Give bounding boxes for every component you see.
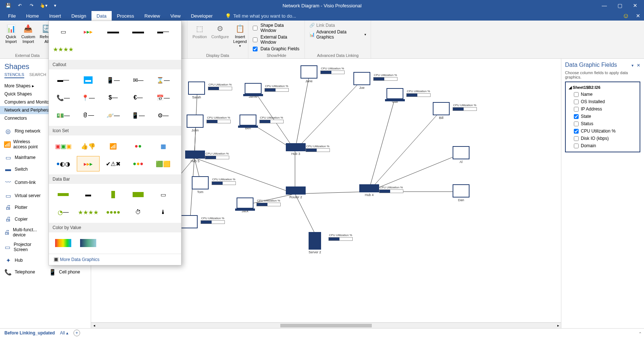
- data-graphic-item[interactable]: ●●●●: [102, 204, 125, 220]
- diagram-node[interactable]: Router 2: [286, 186, 306, 199]
- external-data-window-checkbox[interactable]: External Data Window: [251, 34, 302, 46]
- data-graphic-item[interactable]: [52, 187, 75, 202]
- data-graphic-item[interactable]: ✉—: [127, 72, 150, 88]
- data-graphic-item[interactable]: ⌛—: [152, 72, 175, 88]
- data-graphic-item[interactable]: ▣▣▣: [52, 138, 75, 154]
- data-graphic-item[interactable]: 📱—: [102, 72, 125, 88]
- advanced-data-graphics-button[interactable]: 📊Advanced Data Graphics▾: [308, 29, 368, 40]
- stencil-item[interactable]: ▭Virtual server: [1, 191, 45, 201]
- stencil-item[interactable]: 📶Wireless access point: [1, 138, 45, 151]
- tab-process[interactable]: Process: [112, 11, 139, 21]
- data-graphic-item[interactable]: ●●●: [127, 156, 150, 171]
- minimize-button[interactable]: —: [597, 0, 612, 11]
- field-checkbox[interactable]: OS Installed: [567, 98, 638, 105]
- tellme-input[interactable]: Tell me what you want to do...: [233, 13, 296, 19]
- data-graphic-item[interactable]: 🌡: [152, 204, 175, 220]
- maximize-button[interactable]: ▢: [612, 0, 627, 11]
- data-graphic-item[interactable]: 📱—: [127, 108, 150, 123]
- position-button[interactable]: ⬚Position: [190, 22, 209, 49]
- data-graphic-item[interactable]: ●●: [127, 138, 150, 154]
- field-checkbox[interactable]: Disk IO (kbps): [567, 135, 638, 142]
- diagram-node[interactable]: GailCPU Utilization %: [386, 88, 403, 104]
- data-graphic-item[interactable]: ▬: [77, 187, 100, 202]
- diagram-node[interactable]: JamieCPU Utilization %: [245, 83, 262, 98]
- field-checkbox[interactable]: State: [567, 113, 638, 120]
- data-graphic-item[interactable]: 📞—: [52, 90, 75, 105]
- tab-view[interactable]: View: [165, 11, 186, 21]
- data-graphic-item[interactable]: ▭: [52, 24, 75, 39]
- sheet-tab[interactable]: Before Linking_updated: [4, 330, 55, 336]
- data-graphic-item[interactable]: ▬—: [152, 24, 175, 39]
- data-graphic-item[interactable]: €—: [127, 90, 150, 105]
- close-button[interactable]: ✕: [628, 0, 643, 11]
- custom-import-button[interactable]: 📥Custom Import: [19, 22, 37, 45]
- hscroll-track[interactable]: [97, 323, 555, 328]
- add-page-button[interactable]: +: [73, 330, 80, 336]
- diagram-node[interactable]: Al: [453, 146, 469, 164]
- diagram-node[interactable]: Dan: [453, 184, 469, 202]
- scroll-right-icon[interactable]: ▸: [555, 323, 561, 327]
- stencil-item[interactable]: 📱Cell phone: [46, 267, 90, 277]
- configure-button[interactable]: ⚙Configure: [209, 22, 231, 49]
- data-graphic-item[interactable]: ▬—: [52, 72, 75, 88]
- data-graphic-fields-checkbox[interactable]: Data Graphic Fields: [251, 46, 302, 52]
- data-graphic-item[interactable]: ▦: [152, 138, 175, 154]
- tab-home[interactable]: Home: [21, 11, 44, 21]
- insert-legend-button[interactable]: 📋Insert Legend▾: [231, 22, 249, 49]
- tab-review[interactable]: Review: [139, 11, 165, 21]
- diagram-node[interactable]: Server 2CPU Utilization %: [309, 232, 321, 254]
- all-pages[interactable]: All ▴: [60, 330, 68, 336]
- quick-import-button[interactable]: 📊Quick Import: [3, 22, 19, 45]
- data-graphic-item[interactable]: [77, 235, 100, 251]
- diagram-node[interactable]: Hub 5CPU Utilization %: [185, 151, 205, 163]
- stencil-item[interactable]: 🖨Multi-funct... device: [1, 226, 45, 239]
- stencils-tab[interactable]: STENCILS: [4, 72, 24, 78]
- field-checkbox[interactable]: CPU Utilization %: [567, 127, 638, 135]
- data-graphic-item[interactable]: ▸▸▸: [77, 156, 100, 171]
- data-graphic-item[interactable]: 🛢—: [77, 108, 100, 123]
- sheet-header[interactable]: ◢ Sheet1$B2:I26: [567, 84, 638, 91]
- tab-developer[interactable]: Developer: [186, 11, 218, 21]
- data-graphic-item[interactable]: ▬▬: [127, 24, 150, 39]
- collapse-ribbon-icon[interactable]: ⌃: [638, 331, 642, 336]
- data-graphic-item[interactable]: ▬▬: [102, 24, 125, 39]
- stencil-item[interactable]: ◎Ring network: [1, 126, 45, 136]
- data-graphic-item[interactable]: 🟩🟨: [152, 156, 175, 171]
- hscroll-thumb[interactable]: [280, 324, 372, 327]
- data-graphic-item[interactable]: 🪐—: [102, 108, 125, 123]
- data-graphic-item[interactable]: ▬: [77, 72, 100, 88]
- field-checkbox[interactable]: Name: [567, 91, 638, 98]
- data-graphic-item[interactable]: ⚙—: [152, 108, 175, 123]
- data-graphic-item[interactable]: 📍—: [77, 90, 100, 105]
- field-checkbox[interactable]: Status: [567, 120, 638, 127]
- field-checkbox[interactable]: IP Address: [567, 105, 638, 113]
- diagram-node[interactable]: SarahCPU Utilization %: [188, 81, 205, 99]
- stencil-item[interactable]: 🖨Copier: [1, 214, 45, 224]
- data-graphic-item[interactable]: 📶: [102, 138, 125, 154]
- shape-data-window-checkbox[interactable]: Shape Data Window: [251, 22, 302, 34]
- stencil-item[interactable]: 📞Telephone: [1, 267, 45, 277]
- diagram-node[interactable]: BillCPU Utilization %: [433, 102, 450, 120]
- diagram-node[interactable]: JoeCPU Utilization %: [353, 72, 370, 90]
- qat-save[interactable]: 💾: [3, 2, 13, 9]
- data-graphic-item[interactable]: ●◐◑: [52, 156, 75, 171]
- stencil-item[interactable]: 🖨Plotter: [1, 202, 45, 213]
- stencil-item[interactable]: ▭Mainframe: [1, 152, 45, 163]
- diagram-node[interactable]: BenCPU Utilization %: [240, 115, 256, 130]
- data-graphic-item[interactable]: ◔—: [52, 204, 75, 220]
- data-graphic-item[interactable]: 👍👎: [77, 138, 100, 154]
- more-data-graphics[interactable]: 🔳 More Data Graphics: [49, 254, 181, 265]
- data-graphic-item[interactable]: ★★★★: [52, 41, 75, 57]
- stencil-item[interactable]: ✦Hub: [1, 255, 45, 265]
- feedback-smiley-icon[interactable]: ☺: [623, 12, 629, 20]
- stencil-item[interactable]: 〰Comm-link: [1, 176, 45, 189]
- panel-close-icon[interactable]: ✕: [637, 63, 640, 68]
- diagram-node[interactable]: JohnCPU Utilization %: [187, 115, 204, 132]
- search-tab[interactable]: SEARCH: [29, 72, 46, 78]
- diagram-node[interactable]: TomCPU Utilization %: [192, 176, 209, 194]
- data-graphic-item[interactable]: ✔⚠✖: [102, 156, 125, 171]
- ribbon-close-icon[interactable]: ✕: [636, 13, 640, 19]
- panel-dropdown-icon[interactable]: ▾: [632, 63, 634, 68]
- diagram-node[interactable]: Hub 3CPU Utilization %: [286, 143, 306, 156]
- diagram-node[interactable]: JackCPU Utilization %: [237, 198, 253, 213]
